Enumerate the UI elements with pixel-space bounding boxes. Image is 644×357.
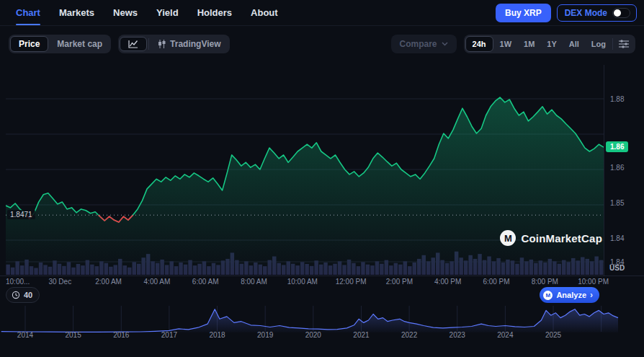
- divider: [148, 38, 149, 50]
- chart-type-group: TradingView: [118, 35, 229, 53]
- axis-unit-label: USD: [609, 264, 625, 272]
- time-axis-label: 2:00 AM: [95, 278, 122, 286]
- divider: [612, 38, 613, 50]
- price-axis-label: 1.84: [610, 234, 624, 242]
- time-axis-label: 10:00 AM: [287, 278, 318, 286]
- analyze-label: Analyze: [556, 291, 586, 299]
- range-button-1w[interactable]: 1W: [494, 36, 518, 52]
- history-badge[interactable]: 40: [6, 287, 40, 303]
- current-price-badge: 1.86: [606, 141, 628, 152]
- time-axis-label: 30 Dec: [48, 278, 71, 286]
- compare-label: Compare: [400, 39, 437, 49]
- range-button-1y[interactable]: 1Y: [541, 36, 562, 52]
- year-label: 2016: [113, 331, 129, 339]
- dex-mode-button[interactable]: DEX Mode: [557, 4, 637, 22]
- year-label: 2019: [257, 331, 273, 339]
- year-label: 2018: [209, 331, 225, 339]
- nav-tab-yield[interactable]: Yield: [156, 0, 179, 25]
- time-axis-label: 10:00 PM: [578, 278, 609, 286]
- time-axis-label: 8:00 PM: [532, 278, 558, 286]
- chart-toolbar: Price Market cap TradingView: [0, 33, 644, 55]
- toggle-knob-icon: [614, 9, 621, 17]
- line-chart-button[interactable]: [120, 37, 147, 51]
- dex-mode-toggle[interactable]: [612, 8, 630, 18]
- compare-button[interactable]: Compare: [391, 35, 457, 53]
- header: ChartMarketsNewsYieldHoldersAbout Buy XR…: [0, 0, 644, 26]
- time-axis-label: 8:00 AM: [241, 278, 267, 286]
- year-label: 2014: [17, 331, 33, 339]
- cmc-watermark: M CoinMarketCap: [500, 230, 602, 246]
- price-axis-label: 1.86: [610, 164, 624, 172]
- cmc-logo-icon: M: [543, 291, 553, 300]
- year-label: 2015: [66, 331, 81, 339]
- price-axis: 1.881.861.851.841.84: [604, 65, 644, 276]
- watermark-text: CoinMarketCap: [521, 232, 602, 244]
- tradingview-label: TradingView: [170, 39, 220, 49]
- time-axis: 10:00...30 Dec2:00 AM4:00 AM6:00 AM8:00 …: [6, 278, 625, 288]
- year-label: 2020: [305, 331, 321, 339]
- nav-tab-about[interactable]: About: [251, 0, 278, 25]
- history-years-axis: 2014201520162017201820192020202120222023…: [0, 331, 644, 340]
- time-axis-label: 10:00...: [6, 278, 30, 286]
- price-axis-label: 1.88: [610, 95, 624, 103]
- history-icon: [12, 291, 20, 299]
- year-label: 2024: [497, 331, 513, 339]
- history-count: 40: [24, 291, 32, 299]
- chart-footer: 40 M Analyze ›: [6, 287, 638, 303]
- chevron-right-icon: ›: [590, 290, 593, 300]
- price-axis-label: 1.85: [610, 199, 624, 207]
- line-chart-icon: [128, 40, 138, 48]
- range-button-1m[interactable]: 1M: [518, 36, 540, 52]
- time-axis-label: 2:00 PM: [386, 278, 413, 286]
- candlestick-icon: [158, 40, 166, 48]
- year-label: 2022: [401, 331, 417, 339]
- time-range-group: 24h1W1M1YAllLog: [464, 35, 635, 53]
- time-axis-label: 12:00 PM: [336, 278, 367, 286]
- time-axis-label: 6:00 AM: [192, 278, 219, 286]
- buy-xrp-button[interactable]: Buy XRP: [496, 4, 551, 22]
- price-chart-area: 1.881.861.851.841.84 1.86 1.8471 USD M C…: [0, 65, 644, 276]
- price-metric-toggle: Price Market cap: [9, 35, 111, 53]
- header-actions: Buy XRP DEX Mode: [496, 4, 637, 22]
- nav-tab-chart[interactable]: Chart: [16, 0, 40, 25]
- analyze-button[interactable]: M Analyze ›: [540, 287, 599, 303]
- history-brush-chart[interactable]: [0, 306, 644, 333]
- chart-settings-button[interactable]: [614, 37, 634, 51]
- nav-tab-holders[interactable]: Holders: [197, 0, 232, 25]
- range-button-log[interactable]: Log: [586, 36, 612, 52]
- cmc-logo-icon: M: [500, 230, 516, 246]
- year-label: 2017: [161, 331, 177, 339]
- year-label: 2021: [353, 331, 369, 339]
- nav-tab-news[interactable]: News: [113, 0, 138, 25]
- year-label: 2025: [545, 331, 561, 339]
- time-axis-label: 6:00 PM: [483, 278, 509, 286]
- nav-tab-markets[interactable]: Markets: [59, 0, 94, 25]
- previous-close-label: 1.8471: [7, 210, 35, 219]
- nav-tabs: ChartMarketsNewsYieldHoldersAbout: [16, 0, 278, 25]
- range-button-all[interactable]: All: [563, 36, 585, 52]
- tradingview-button[interactable]: TradingView: [151, 36, 228, 52]
- time-axis-label: 4:00 PM: [434, 278, 461, 286]
- chevron-down-icon: [442, 42, 448, 46]
- coin-chart-page: ChartMarketsNewsYieldHoldersAbout Buy XR…: [0, 0, 644, 357]
- time-axis-label: 4:00 AM: [144, 278, 171, 286]
- range-button-24h[interactable]: 24h: [465, 36, 493, 52]
- market-cap-tab[interactable]: Market cap: [50, 36, 109, 52]
- price-tab[interactable]: Price: [10, 36, 48, 52]
- year-label: 2023: [450, 331, 465, 339]
- dex-mode-label: DEX Mode: [565, 8, 607, 18]
- sliders-icon: [619, 40, 629, 48]
